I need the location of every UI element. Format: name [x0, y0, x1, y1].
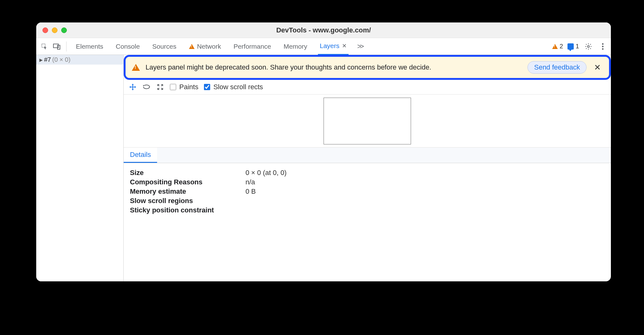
banner-text: Layers panel might be deprecated soon. S… [146, 63, 522, 71]
detail-key: Compositing Reasons [130, 178, 242, 186]
close-tab-icon[interactable]: ✕ [342, 42, 347, 49]
paints-label: Paints [179, 83, 198, 91]
layers-view-toolbar: Paints Slow scroll rects [124, 80, 611, 95]
tab-label: Elements [76, 43, 103, 50]
more-tabs-icon[interactable]: >> [357, 42, 363, 51]
detail-key: Memory estimate [130, 187, 242, 196]
tree-row-dims: (0 × 0) [52, 56, 70, 63]
tab-performance[interactable]: Performance [232, 38, 273, 55]
details-tabs: Details [124, 148, 611, 163]
pan-mode-icon[interactable] [129, 83, 137, 91]
minimize-window-icon[interactable] [52, 27, 57, 33]
panel-body: ▶ #7 (0 × 0) Layers panel might be depre… [36, 55, 611, 281]
detail-row-memory: Memory estimate 0 B [130, 187, 605, 196]
layers-main: Layers panel might be deprecated soon. S… [124, 55, 611, 281]
detail-key: Size [130, 169, 242, 177]
svg-point-5 [602, 46, 604, 47]
tab-label: Console [116, 43, 140, 50]
titlebar: DevTools - www.google.com/ [36, 22, 611, 38]
tree-row-label: #7 [44, 56, 51, 63]
warning-icon [189, 44, 195, 49]
detail-key: Slow scroll regions [130, 197, 242, 205]
tab-network[interactable]: Network [187, 38, 223, 55]
slow-scroll-rects-checkbox[interactable]: Slow scroll rects [204, 83, 263, 91]
deprecation-banner-wrap: Layers panel might be deprecated soon. S… [124, 55, 611, 80]
details-tab[interactable]: Details [124, 148, 157, 163]
paints-checkbox[interactable]: Paints [170, 83, 198, 91]
device-toolbar-icon[interactable] [52, 41, 62, 51]
rotate-mode-icon[interactable] [142, 83, 151, 91]
tab-label: Layers [320, 42, 339, 50]
send-feedback-button[interactable]: Send feedback [528, 61, 587, 74]
paints-checkbox-input[interactable] [170, 84, 176, 90]
detail-key: Sticky position constraint [130, 206, 242, 214]
layers-3d-view[interactable] [124, 95, 611, 148]
close-banner-icon[interactable]: ✕ [592, 63, 603, 72]
messages-badge[interactable]: 1 [567, 43, 579, 50]
main-toolbar: Elements Console Sources Network Perform… [36, 38, 611, 55]
detail-row-sticky: Sticky position constraint [130, 206, 605, 214]
tab-memory[interactable]: Memory [282, 38, 309, 55]
detail-value: n/a [245, 178, 255, 186]
more-options-icon[interactable] [598, 41, 608, 51]
tab-sources[interactable]: Sources [151, 38, 178, 55]
slow-scroll-rects-checkbox-input[interactable] [204, 84, 210, 90]
svg-point-4 [602, 43, 604, 45]
detail-row-compositing: Compositing Reasons n/a [130, 178, 605, 186]
deprecation-banner: Layers panel might be deprecated soon. S… [124, 55, 611, 80]
slow-scroll-label: Slow scroll rects [213, 83, 263, 91]
warnings-count: 2 [560, 43, 563, 50]
separator [66, 41, 67, 51]
tab-label: Performance [234, 43, 271, 50]
detail-row-slow-scroll: Slow scroll regions [130, 197, 605, 205]
devtools-window: DevTools - www.google.com/ Elements Cons… [36, 22, 611, 281]
warnings-badge[interactable]: 2 [552, 43, 563, 50]
window-controls [42, 27, 67, 33]
close-window-icon[interactable] [42, 27, 48, 33]
detail-row-size: Size 0 × 0 (at 0, 0) [130, 169, 605, 177]
tab-label: Memory [284, 43, 307, 50]
panel-tabs: Elements Console Sources Network Perform… [74, 38, 550, 55]
messages-count: 1 [576, 43, 579, 50]
tree-expand-icon[interactable]: ▶ [39, 57, 43, 62]
inspect-element-icon[interactable] [39, 41, 49, 51]
reset-view-icon[interactable] [156, 83, 164, 91]
details-body: Size 0 × 0 (at 0, 0) Compositing Reasons… [124, 163, 611, 220]
layer-outline[interactable] [324, 98, 411, 144]
message-icon [567, 43, 574, 50]
warning-icon [552, 44, 558, 49]
window-title: DevTools - www.google.com/ [36, 26, 611, 34]
svg-point-3 [587, 46, 589, 47]
detail-value: 0 B [245, 187, 256, 196]
detail-value: 0 × 0 (at 0, 0) [245, 169, 286, 177]
svg-point-6 [602, 48, 604, 50]
layers-tree-sidebar: ▶ #7 (0 × 0) [36, 55, 124, 281]
warning-icon [132, 64, 140, 71]
toolbar-right: 2 1 [552, 41, 608, 51]
tree-row[interactable]: ▶ #7 (0 × 0) [36, 55, 123, 65]
tab-elements[interactable]: Elements [74, 38, 105, 55]
tab-console[interactable]: Console [114, 38, 142, 55]
settings-icon[interactable] [583, 41, 593, 51]
tab-label: Network [197, 43, 221, 50]
tab-label: Sources [152, 43, 176, 50]
zoom-window-icon[interactable] [61, 27, 67, 33]
tab-layers[interactable]: Layers ✕ [318, 38, 349, 55]
